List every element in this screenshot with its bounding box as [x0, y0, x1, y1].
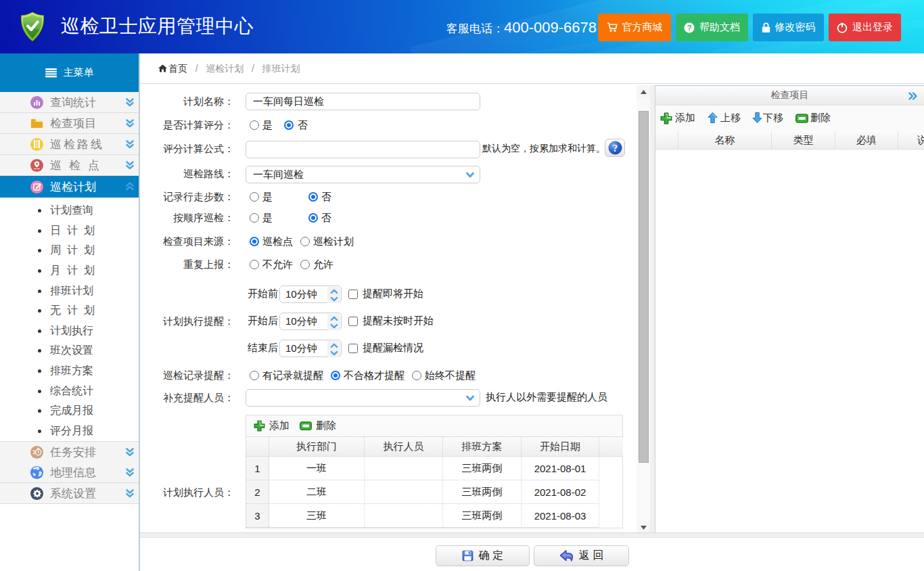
svg-text:?: ? [687, 24, 692, 32]
svg-text:?: ? [612, 143, 618, 154]
